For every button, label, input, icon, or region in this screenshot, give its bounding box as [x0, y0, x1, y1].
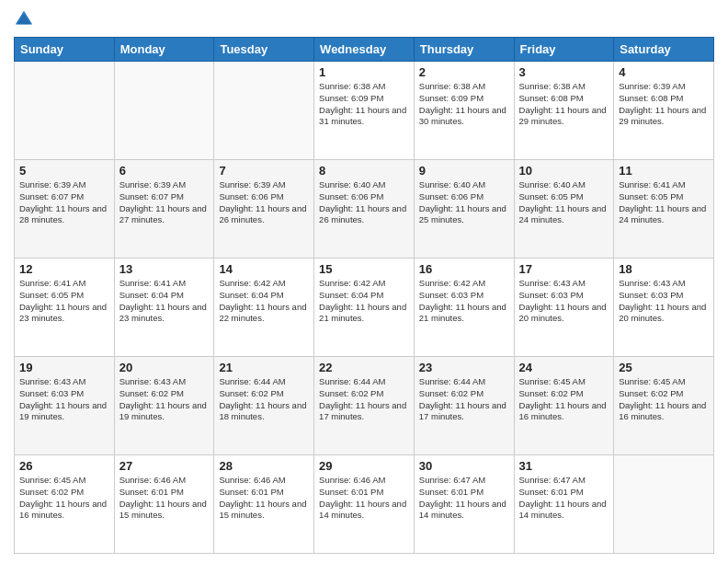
calendar-week-5: 26Sunrise: 6:45 AMSunset: 6:02 PMDayligh…: [15, 455, 714, 554]
cell-details: Sunrise: 6:40 AMSunset: 6:06 PMDaylight:…: [319, 179, 406, 224]
calendar-cell: 7Sunrise: 6:39 AMSunset: 6:06 PMDaylight…: [214, 160, 314, 259]
calendar-cell: 9Sunrise: 6:40 AMSunset: 6:06 PMDaylight…: [414, 160, 514, 259]
calendar-week-1: 1Sunrise: 6:38 AMSunset: 6:09 PMDaylight…: [15, 62, 714, 160]
cell-details: Sunrise: 6:47 AMSunset: 6:01 PMDaylight:…: [519, 475, 607, 520]
day-number: 10: [519, 164, 609, 178]
calendar-cell: 3Sunrise: 6:38 AMSunset: 6:08 PMDaylight…: [514, 62, 614, 160]
cell-details: Sunrise: 6:40 AMSunset: 6:06 PMDaylight:…: [419, 179, 506, 224]
cell-details: Sunrise: 6:43 AMSunset: 6:03 PMDaylight:…: [19, 376, 107, 421]
cell-details: Sunrise: 6:43 AMSunset: 6:02 PMDaylight:…: [119, 376, 207, 421]
cell-details: Sunrise: 6:44 AMSunset: 6:02 PMDaylight:…: [219, 376, 306, 421]
day-number: 31: [519, 459, 609, 473]
day-number: 1: [319, 65, 409, 79]
cell-details: Sunrise: 6:41 AMSunset: 6:05 PMDaylight:…: [619, 179, 706, 224]
day-number: 16: [419, 262, 509, 276]
day-number: 3: [519, 65, 609, 79]
day-number: 14: [219, 262, 309, 276]
cell-details: Sunrise: 6:44 AMSunset: 6:02 PMDaylight:…: [319, 376, 406, 421]
calendar-cell: 16Sunrise: 6:42 AMSunset: 6:03 PMDayligh…: [414, 259, 514, 357]
cell-details: Sunrise: 6:42 AMSunset: 6:04 PMDaylight:…: [319, 278, 406, 323]
day-number: 19: [19, 361, 109, 374]
day-number: 7: [219, 164, 309, 178]
cell-details: Sunrise: 6:38 AMSunset: 6:09 PMDaylight:…: [319, 81, 406, 126]
day-number: 25: [619, 361, 709, 374]
calendar-cell: 13Sunrise: 6:41 AMSunset: 6:04 PMDayligh…: [114, 259, 214, 357]
calendar-page: Sunday Monday Tuesday Wednesday Thursday…: [0, 0, 728, 563]
day-number: 30: [419, 459, 509, 473]
calendar-cell: 5Sunrise: 6:39 AMSunset: 6:07 PMDaylight…: [15, 160, 115, 259]
day-number: 11: [619, 164, 709, 178]
cell-details: Sunrise: 6:45 AMSunset: 6:02 PMDaylight:…: [519, 376, 607, 421]
day-number: 21: [219, 361, 309, 374]
day-number: 24: [519, 361, 609, 374]
day-number: 26: [19, 459, 109, 473]
day-number: 27: [119, 459, 210, 473]
calendar-cell: 8Sunrise: 6:40 AMSunset: 6:06 PMDaylight…: [314, 160, 415, 259]
day-number: 5: [19, 164, 109, 178]
cell-details: Sunrise: 6:46 AMSunset: 6:01 PMDaylight:…: [219, 475, 306, 520]
day-number: 13: [119, 262, 210, 276]
calendar-cell: 29Sunrise: 6:46 AMSunset: 6:01 PMDayligh…: [314, 455, 415, 554]
day-number: 20: [119, 361, 210, 374]
calendar-cell: 23Sunrise: 6:44 AMSunset: 6:02 PMDayligh…: [414, 357, 514, 455]
calendar-cell: 22Sunrise: 6:44 AMSunset: 6:02 PMDayligh…: [314, 357, 415, 455]
cell-details: Sunrise: 6:39 AMSunset: 6:07 PMDaylight:…: [19, 179, 107, 224]
cell-details: Sunrise: 6:39 AMSunset: 6:07 PMDaylight:…: [119, 179, 207, 224]
day-number: 23: [419, 361, 509, 374]
cell-details: Sunrise: 6:41 AMSunset: 6:05 PMDaylight:…: [19, 278, 107, 323]
calendar-cell: 28Sunrise: 6:46 AMSunset: 6:01 PMDayligh…: [214, 455, 314, 554]
day-number: 8: [319, 164, 409, 178]
calendar-cell: 1Sunrise: 6:38 AMSunset: 6:09 PMDaylight…: [314, 62, 415, 160]
calendar-cell: 31Sunrise: 6:47 AMSunset: 6:01 PMDayligh…: [514, 455, 614, 554]
calendar-cell: 17Sunrise: 6:43 AMSunset: 6:03 PMDayligh…: [514, 259, 614, 357]
cell-details: Sunrise: 6:47 AMSunset: 6:01 PMDaylight:…: [419, 475, 506, 520]
cell-details: Sunrise: 6:39 AMSunset: 6:08 PMDaylight:…: [619, 81, 706, 126]
calendar-cell: 30Sunrise: 6:47 AMSunset: 6:01 PMDayligh…: [414, 455, 514, 554]
calendar-cell: [15, 62, 115, 160]
calendar-cell: [114, 62, 214, 160]
calendar-cell: 24Sunrise: 6:45 AMSunset: 6:02 PMDayligh…: [514, 357, 614, 455]
cell-details: Sunrise: 6:39 AMSunset: 6:06 PMDaylight:…: [219, 179, 306, 224]
day-number: 17: [519, 262, 609, 276]
day-number: 9: [419, 164, 509, 178]
calendar-cell: 6Sunrise: 6:39 AMSunset: 6:07 PMDaylight…: [114, 160, 214, 259]
header-tuesday: Tuesday: [214, 38, 314, 62]
calendar-cell: 26Sunrise: 6:45 AMSunset: 6:02 PMDayligh…: [15, 455, 115, 554]
calendar-cell: 21Sunrise: 6:44 AMSunset: 6:02 PMDayligh…: [214, 357, 314, 455]
header-thursday: Thursday: [414, 38, 514, 62]
calendar-cell: 11Sunrise: 6:41 AMSunset: 6:05 PMDayligh…: [614, 160, 714, 259]
header-sunday: Sunday: [15, 38, 115, 62]
calendar-week-4: 19Sunrise: 6:43 AMSunset: 6:03 PMDayligh…: [15, 357, 714, 455]
day-number: 6: [119, 164, 210, 178]
cell-details: Sunrise: 6:41 AMSunset: 6:04 PMDaylight:…: [119, 278, 207, 323]
cell-details: Sunrise: 6:45 AMSunset: 6:02 PMDaylight:…: [619, 376, 706, 421]
day-number: 2: [419, 65, 509, 79]
day-number: 4: [619, 65, 709, 79]
calendar-cell: 10Sunrise: 6:40 AMSunset: 6:05 PMDayligh…: [514, 160, 614, 259]
cell-details: Sunrise: 6:44 AMSunset: 6:02 PMDaylight:…: [419, 376, 506, 421]
day-number: 15: [319, 262, 409, 276]
calendar-week-2: 5Sunrise: 6:39 AMSunset: 6:07 PMDaylight…: [15, 160, 714, 259]
header-friday: Friday: [514, 38, 614, 62]
header-wednesday: Wednesday: [314, 38, 415, 62]
cell-details: Sunrise: 6:38 AMSunset: 6:08 PMDaylight:…: [519, 81, 607, 126]
cell-details: Sunrise: 6:42 AMSunset: 6:03 PMDaylight:…: [419, 278, 506, 323]
calendar-cell: 20Sunrise: 6:43 AMSunset: 6:02 PMDayligh…: [114, 357, 214, 455]
logo-icon: [14, 9, 34, 29]
calendar-cell: 15Sunrise: 6:42 AMSunset: 6:04 PMDayligh…: [314, 259, 415, 357]
header: [14, 9, 714, 29]
calendar-cell: 18Sunrise: 6:43 AMSunset: 6:03 PMDayligh…: [614, 259, 714, 357]
day-number: 29: [319, 459, 409, 473]
calendar-cell: [214, 62, 314, 160]
cell-details: Sunrise: 6:46 AMSunset: 6:01 PMDaylight:…: [319, 475, 406, 520]
cell-details: Sunrise: 6:38 AMSunset: 6:09 PMDaylight:…: [419, 81, 506, 126]
calendar-cell: 19Sunrise: 6:43 AMSunset: 6:03 PMDayligh…: [15, 357, 115, 455]
calendar-cell: 14Sunrise: 6:42 AMSunset: 6:04 PMDayligh…: [214, 259, 314, 357]
cell-details: Sunrise: 6:40 AMSunset: 6:05 PMDaylight:…: [519, 179, 607, 224]
day-number: 22: [319, 361, 409, 374]
calendar-table: Sunday Monday Tuesday Wednesday Thursday…: [14, 37, 714, 554]
header-monday: Monday: [114, 38, 214, 62]
cell-details: Sunrise: 6:43 AMSunset: 6:03 PMDaylight:…: [619, 278, 706, 323]
header-saturday: Saturday: [614, 38, 714, 62]
calendar-cell: 12Sunrise: 6:41 AMSunset: 6:05 PMDayligh…: [15, 259, 115, 357]
